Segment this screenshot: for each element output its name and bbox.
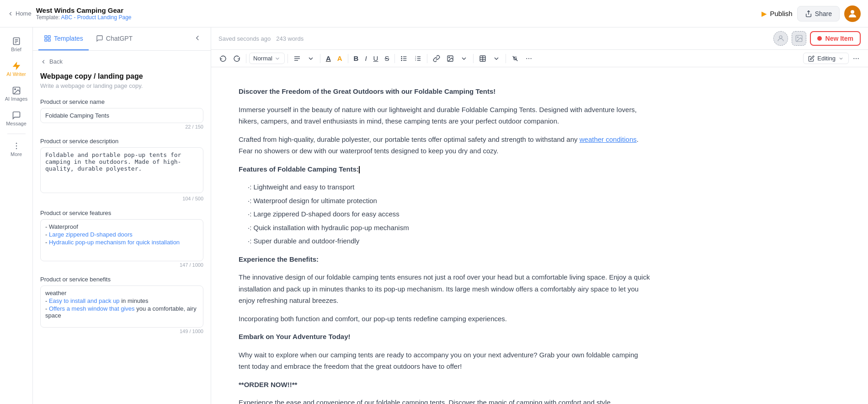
collapse-button[interactable]	[190, 30, 205, 48]
svg-point-0	[851, 10, 854, 14]
sidebar-item-brief[interactable]: Brief	[3, 33, 30, 56]
editing-mode-button[interactable]: Editing	[803, 53, 849, 64]
list-item: Lightweight and easy to transport	[248, 181, 650, 193]
underline-button[interactable]: U	[371, 53, 381, 64]
share-button[interactable]: Share	[797, 6, 840, 22]
sidebar-item-ai-images[interactable]: AI Images	[3, 82, 30, 105]
description-counter: 104 / 500	[40, 196, 203, 201]
ai-images-label: AI Images	[5, 96, 28, 102]
font-color-button[interactable]: A	[323, 53, 334, 64]
svg-rect-12	[48, 36, 50, 38]
svg-point-17	[797, 37, 798, 38]
tab-templates[interactable]: Templates	[38, 27, 89, 50]
features-list: - Waterproof - Large zippered D-shaped d…	[41, 220, 203, 261]
product-benefits-label: Product or service benefits	[40, 276, 203, 283]
clear-format-button[interactable]	[509, 53, 522, 64]
more-editor-button[interactable]	[850, 53, 863, 64]
editor-para-11: Experience the ease and convenience of o…	[239, 397, 650, 404]
top-bar-right: ▶ Publish Share	[761, 5, 861, 22]
product-name-counter: 22 / 150	[40, 124, 203, 129]
strikethrough-button[interactable]: S	[382, 53, 392, 64]
table-dropdown-button[interactable]	[490, 53, 503, 64]
more-options-button[interactable]	[522, 53, 535, 64]
back-link[interactable]: Back	[40, 58, 203, 65]
svg-rect-13	[45, 39, 47, 41]
product-name-input[interactable]	[40, 108, 203, 123]
image-dropdown-button[interactable]	[458, 53, 470, 64]
table-button[interactable]	[476, 53, 489, 64]
editor-para-2: Immerse yourself in the beauty of nature…	[239, 104, 650, 127]
image-placeholder	[792, 31, 806, 46]
image-button[interactable]	[444, 53, 457, 64]
main-layout: Brief AI Writer AI Images Message More T…	[0, 27, 868, 404]
bullet-list-button[interactable]	[398, 53, 410, 64]
list-item: Large zippered D-shaped doors for easy a…	[248, 208, 650, 220]
editor-content[interactable]: Discover the Freedom of the Great Outdoo…	[211, 67, 868, 404]
align-dropdown-button[interactable]	[304, 53, 317, 64]
link-button[interactable]	[430, 53, 443, 64]
sidebar-item-message[interactable]: Message	[3, 107, 30, 130]
italic-button[interactable]: I	[362, 53, 369, 64]
align-button[interactable]	[291, 53, 304, 64]
undo-button[interactable]	[217, 53, 229, 64]
feature-item: - Hydraulic pop-up mechanism for quick i…	[45, 239, 198, 246]
panel-title: Webpage copy / landing page	[40, 72, 203, 81]
features-counter: 147 / 1000	[40, 262, 203, 268]
toolbar-divider-5	[394, 54, 395, 63]
svg-point-34	[449, 57, 450, 58]
sidebar-item-ai-writer[interactable]: AI Writer	[3, 58, 30, 81]
feature-item: - Waterproof	[45, 223, 198, 230]
icon-sidebar: Brief AI Writer AI Images Message More	[0, 27, 33, 404]
highlight-button[interactable]: A	[335, 53, 345, 64]
word-count: 243 words	[276, 35, 304, 42]
benefits-box: weather - Easy to install and pack up in…	[40, 285, 203, 328]
redo-button[interactable]	[230, 53, 243, 64]
message-label: Message	[6, 121, 27, 126]
svg-rect-11	[45, 36, 47, 38]
editor-para-4: Features of Foldable Camping Tents:	[239, 163, 650, 175]
weather-link[interactable]: weather conditions	[580, 135, 637, 143]
tabs-inner: Templates ChatGPT	[38, 27, 138, 50]
sidebar-item-more[interactable]: More	[3, 138, 30, 161]
toolbar-divider	[246, 54, 246, 63]
publish-button[interactable]: ▶ Publish	[761, 10, 792, 18]
numbered-list-button[interactable]: 123	[411, 53, 424, 64]
editor-para-9: Why wait to explore when our camping ten…	[239, 349, 650, 372]
tab-chatgpt[interactable]: ChatGPT	[91, 27, 138, 50]
brief-label: Brief	[11, 47, 21, 52]
editor-top-right: New Item	[773, 31, 861, 46]
features-list: Lightweight and easy to transport Waterp…	[248, 181, 650, 247]
saved-info: Saved seconds ago	[218, 35, 271, 42]
svg-point-7	[14, 89, 15, 90]
toolbar-divider-2	[288, 54, 288, 63]
product-description-input[interactable]	[40, 147, 203, 193]
svg-text:3: 3	[415, 59, 416, 61]
home-button[interactable]: Home	[7, 10, 32, 17]
top-bar: Home West Winds Camping Gear Template: A…	[0, 0, 868, 27]
benefits-list: weather - Easy to install and pack up in…	[41, 286, 203, 327]
toolbar-divider-8	[506, 54, 506, 63]
product-name-field: Product or service name 22 / 150	[40, 98, 203, 129]
editor-top-bar: Saved seconds ago 243 words New Item	[211, 27, 868, 50]
toolbar-divider-4	[348, 54, 348, 63]
template-link[interactable]: ABC - Product Landing Page	[61, 14, 131, 21]
svg-point-40	[527, 58, 527, 59]
bold-button[interactable]: B	[351, 53, 362, 64]
left-panel: Templates ChatGPT Back Webpage copy / la…	[33, 27, 211, 404]
editor-para-8: Embark on Your Adventure Today!	[239, 331, 650, 343]
svg-rect-14	[48, 39, 50, 41]
more-label: More	[11, 151, 22, 157]
product-name-label: Product or service name	[40, 98, 203, 105]
ai-writer-label: AI Writer	[6, 71, 26, 77]
avatar	[844, 5, 861, 22]
svg-point-45	[858, 58, 859, 59]
benefit-item: - Easy to install and pack up in minutes	[45, 297, 198, 304]
list-item: Waterproof design for ultimate protectio…	[248, 195, 650, 207]
new-item-button[interactable]: New Item	[810, 31, 861, 46]
format-select[interactable]: Normal	[249, 53, 285, 64]
list-item: Quick installation with hydraulic pop-up…	[248, 222, 650, 234]
svg-point-44	[856, 58, 857, 59]
top-bar-left: Home West Winds Camping Gear Template: A…	[7, 6, 132, 21]
svg-point-41	[528, 58, 529, 59]
editor-para-10: **ORDER NOW!!**	[239, 379, 650, 391]
